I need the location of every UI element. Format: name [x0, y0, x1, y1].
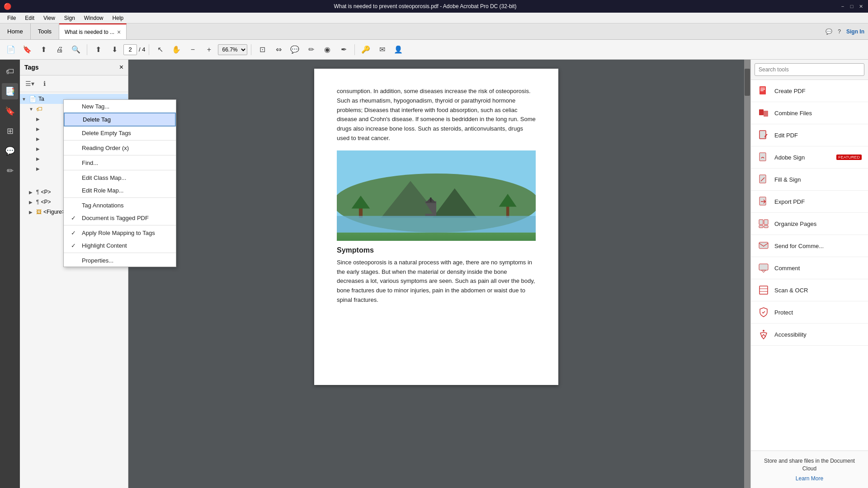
sign-tool[interactable]: ✒ [336, 42, 351, 57]
print-button[interactable]: 🖨 [52, 42, 67, 57]
chevron-icon: ▶ [29, 200, 36, 205]
menu-sign[interactable]: Sign [61, 14, 79, 22]
new-button[interactable]: 📄 [4, 42, 18, 57]
user-tool[interactable]: 👤 [391, 42, 406, 57]
svg-rect-16 [759, 109, 764, 115]
ctx-apply-role-mapping[interactable]: ✓ Apply Role Mapping to Tags [64, 226, 176, 239]
zoom-select[interactable]: 66.7% 50% 75% 100% [218, 44, 247, 55]
search-tools-input[interactable] [755, 63, 864, 76]
prev-page-button[interactable]: ⬆ [91, 42, 105, 57]
ctx-highlight-content[interactable]: ✓ Highlight Content [64, 239, 176, 252]
upload-button[interactable]: ⬆ [36, 42, 51, 57]
vertical-scrollbar[interactable] [744, 60, 750, 488]
tool-edit-pdf[interactable]: Edit PDF [751, 124, 868, 146]
pdf-content-area[interactable]: consumption. In addition, some diseases … [128, 60, 744, 488]
fit-width-button[interactable]: ⇔ [271, 42, 286, 57]
svg-line-35 [762, 334, 764, 337]
key-tool[interactable]: 🔑 [359, 42, 373, 57]
scroll-thumb[interactable] [745, 69, 750, 96]
zoom-in-button[interactable]: + [202, 42, 216, 57]
chat-icon[interactable]: 💬 [826, 28, 832, 35]
chevron-icon: ▶ [36, 146, 43, 151]
comment-icon [757, 262, 770, 274]
sidebar-comments-icon[interactable]: 💬 [2, 143, 18, 159]
page-nav: / 4 [123, 44, 145, 55]
minimize-button[interactable]: − [839, 3, 846, 10]
sidebar-layers-icon[interactable]: ⊞ [2, 123, 18, 139]
close-button[interactable]: ✕ [857, 3, 864, 10]
tags-close-button[interactable]: × [119, 63, 123, 71]
edit-pdf-label: Edit PDF [774, 132, 798, 139]
bookmark-button[interactable]: 🔖 [20, 42, 34, 57]
ctx-edit-class-map[interactable]: Edit Class Map... [64, 171, 176, 184]
tool-scan-ocr[interactable]: Scan & OCR [751, 279, 868, 301]
sidebar-tags-icon[interactable]: 🏷 [2, 63, 18, 80]
svg-rect-11 [430, 197, 431, 202]
menu-help[interactable]: Help [109, 14, 127, 22]
paragraph-icon: ¶ [36, 199, 39, 205]
ctx-tag-annotations[interactable]: Tag Annotations [64, 199, 176, 211]
svg-rect-6 [506, 205, 509, 218]
sidebar-pen-icon[interactable]: ✏ [2, 163, 18, 179]
tool-organize-pages[interactable]: Organize Pages [751, 213, 868, 235]
ctx-new-tag[interactable]: New Tag... [64, 100, 176, 113]
cloud-section: Store and share files in the Document Cl… [751, 450, 868, 488]
pdf-image [337, 150, 536, 241]
menu-edit[interactable]: Edit [21, 14, 38, 22]
svg-rect-28 [759, 242, 768, 249]
sidebar-bookmarks-icon[interactable]: 🔖 [2, 103, 18, 119]
pencil-tool[interactable]: ✏ [304, 42, 318, 57]
create-pdf-label: Create PDF [774, 88, 806, 94]
tab-close-button[interactable]: × [117, 28, 121, 36]
learn-more-link[interactable]: Learn More [757, 475, 862, 482]
maximize-button[interactable]: □ [848, 3, 855, 10]
menu-window[interactable]: Window [80, 14, 107, 22]
comment-tool[interactable]: 💬 [288, 42, 302, 57]
fit-page-button[interactable]: ⊡ [255, 42, 269, 57]
page-input[interactable] [123, 44, 137, 55]
email-tool[interactable]: ✉ [375, 42, 389, 57]
tab-document[interactable]: What is needed to ... × [59, 23, 127, 39]
menu-view[interactable]: View [40, 14, 59, 22]
toolbar: 📄 🔖 ⬆ 🖨 🔍 ⬆ ⬇ / 4 ↖ ✋ − + 66.7% 50% 75% … [0, 40, 868, 60]
title-bar: 🔴 What is needed to prevent osteoporosis… [0, 0, 868, 13]
ctx-delete-empty[interactable]: Delete Empty Tags [64, 127, 176, 139]
tab-home[interactable]: Home [0, 23, 31, 39]
sidebar-pages-icon[interactable]: 📑 [2, 83, 18, 99]
tags-view-btn[interactable]: ☰▾ [24, 78, 36, 89]
tools-list: Create PDF Combine Files Edit PDF Adobe … [751, 80, 868, 450]
ctx-delete-tag[interactable]: Delete Tag [64, 113, 176, 127]
tool-fill-sign[interactable]: Fill & Sign [751, 169, 868, 191]
tags-toolbar: ☰▾ ℹ [20, 75, 128, 92]
sign-in-button[interactable]: Sign In [846, 28, 864, 35]
tags-info-btn[interactable]: ℹ [38, 78, 51, 89]
tool-combine-files[interactable]: Combine Files [751, 102, 868, 124]
main-area: 🏷 📑 🔖 ⊞ 💬 ✏ Tags × ☰▾ ℹ ▼ 📄 Ta ▼ 🏷 [0, 60, 868, 488]
scan-ocr-label: Scan & OCR [774, 287, 808, 294]
ctx-properties[interactable]: Properties... [64, 254, 176, 267]
ctx-tagged-pdf[interactable]: ✓ Document is Tagged PDF [64, 211, 176, 224]
ctx-find[interactable]: Find... [64, 156, 176, 169]
chevron-icon: ▶ [29, 210, 36, 215]
menu-file[interactable]: File [4, 14, 19, 22]
tab-tools[interactable]: Tools [31, 23, 59, 39]
tool-accessibility[interactable]: Accessibility [751, 324, 868, 346]
help-icon[interactable]: ? [838, 28, 841, 35]
tool-export-pdf[interactable]: Export PDF [751, 191, 868, 213]
tool-send-comment[interactable]: Send for Comme... [751, 235, 868, 257]
tool-adobe-sign[interactable]: Adobe Sign FEATURED [751, 146, 868, 169]
comment-label: Comment [774, 265, 800, 272]
ctx-edit-role-map[interactable]: Edit Role Map... [64, 184, 176, 197]
ctx-reading-order[interactable]: Reading Order (x) [64, 141, 176, 154]
stamp-tool[interactable]: ◉ [320, 42, 335, 57]
zoom-out-button[interactable]: − [185, 42, 200, 57]
select-tool[interactable]: ↖ [153, 42, 167, 57]
tool-comment[interactable]: Comment [751, 257, 868, 279]
chevron-icon: ▶ [36, 136, 43, 141]
next-page-button[interactable]: ⬇ [107, 42, 122, 57]
left-sidebar: 🏷 📑 🔖 ⊞ 💬 ✏ [0, 60, 20, 488]
tool-create-pdf[interactable]: Create PDF [751, 80, 868, 102]
search-button[interactable]: 🔍 [69, 42, 83, 57]
tool-protect[interactable]: Protect [751, 301, 868, 324]
hand-tool[interactable]: ✋ [169, 42, 184, 57]
